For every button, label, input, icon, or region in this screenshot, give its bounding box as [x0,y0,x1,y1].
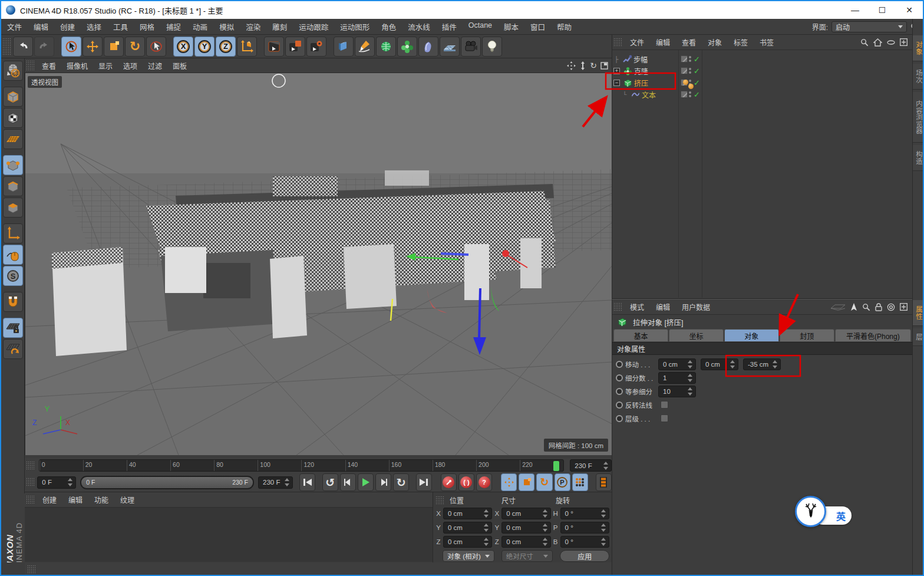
tab-takes-vertical[interactable]: 场次 [913,64,924,90]
size-mode-dropdown[interactable]: 绝对尺寸 [501,550,553,562]
play-button[interactable] [358,473,374,491]
workplane-mode-button[interactable] [3,129,23,149]
light-button[interactable] [482,37,502,57]
attr-menu-item[interactable]: 用户数据 [676,302,716,312]
timeline-grip[interactable] [26,461,35,470]
expand-icon[interactable]: + [613,68,620,74]
object-row-text[interactable]: └ 文本 ✓ [612,88,912,100]
search-icon[interactable] [862,303,870,311]
end-frame-field[interactable]: 230 F [570,459,612,472]
lock-x-axis-button[interactable]: X [173,37,193,57]
editor-render-dots[interactable] [689,56,691,62]
material-grip[interactable] [26,495,35,505]
menu-item[interactable]: 网格 [134,21,160,32]
menu-item[interactable]: 角色 [375,21,402,32]
status-grip[interactable] [27,565,37,573]
range-end-field[interactable]: 230 F [258,476,293,489]
coords-grip[interactable] [435,496,445,504]
coordinate-system-button[interactable] [237,37,257,57]
interface-dropdown[interactable]: 启动 [831,21,907,32]
zoom-view-icon[interactable] [579,61,586,70]
size-x-field[interactable]: 0 cm [501,508,550,519]
maximize-button[interactable]: ☐ [869,1,896,19]
rotate-view-icon[interactable]: ↻ [590,61,597,70]
menu-item[interactable]: 插件 [436,21,463,32]
attr-grip[interactable] [613,302,623,312]
movement-z-field[interactable]: -35 cm [743,358,781,370]
coordinate-mode-dropdown[interactable]: 对象 (相对) [443,550,494,562]
editor-render-dots[interactable] [689,68,691,74]
filter-icon[interactable] [887,40,895,45]
menu-item[interactable]: 动画 [187,21,213,32]
enabled-check-icon[interactable]: ✓ [694,55,700,64]
movement-y-field[interactable]: 0 cm [701,358,738,370]
size-y-field[interactable]: 0 cm [501,522,550,534]
play-backwards-button[interactable]: ↺ [322,473,338,491]
keyframe-selection-button[interactable]: ? [476,473,492,491]
previous-frame-button[interactable] [340,473,356,491]
tab-caps[interactable]: 封顶 [780,329,834,342]
viewport-menu-item[interactable]: 过滤 [143,61,167,71]
material-menu-item[interactable]: 纹理 [114,495,140,505]
key-parameter-button[interactable]: P [555,473,570,491]
timeline-ruler[interactable]: 020406080100120140160180200220 230 F [25,458,612,473]
lock-icon[interactable] [875,303,882,311]
pos-x-field[interactable]: 0 cm [443,508,492,519]
menu-item[interactable]: 渲染 [240,21,266,32]
rot-p-field[interactable]: 0 ° [560,522,609,534]
objmgr-menu-item[interactable]: 书签 [754,37,780,47]
edges-mode-button[interactable] [3,176,23,196]
axis-mode-button[interactable] [3,223,23,243]
objmgr-menu-item[interactable]: 标签 [728,37,754,47]
make-editable-button[interactable] [3,61,23,81]
keyframe-radio[interactable] [616,415,623,422]
lock-z-axis-button[interactable]: Z [216,37,236,57]
search-icon[interactable] [860,38,869,47]
objmgr-menu-item[interactable]: 编辑 [650,37,676,47]
render-view-button[interactable] [264,37,284,57]
material-menu-item[interactable]: 功能 [88,495,114,505]
rot-h-field[interactable]: 0 ° [560,508,609,519]
ime-widget[interactable]: 英 [794,493,853,530]
tab-content-browser-vertical[interactable]: 内容浏览器 [913,92,924,143]
visibility-toggle[interactable] [681,67,688,74]
objmgr-menu-item[interactable]: 查看 [676,37,702,47]
objmgr-menu-item[interactable]: 文件 [624,37,650,47]
tab-layers-vertical[interactable]: 层 [913,328,924,346]
close-button[interactable]: ✕ [896,1,923,19]
keyframe-radio[interactable] [616,388,623,395]
model-mode-button[interactable] [3,87,23,107]
viewport-grip[interactable] [26,60,35,71]
attr-menu-item[interactable]: 编辑 [650,302,676,312]
material-menu-item[interactable]: 创建 [37,495,62,505]
visibility-toggle[interactable] [681,91,688,98]
minimize-button[interactable]: — [842,1,869,19]
tab-objects-vertical[interactable]: 对象 [913,35,924,61]
menu-item[interactable]: 模拟 [213,21,240,32]
camera-button[interactable] [461,37,481,57]
next-frame-button[interactable] [375,473,391,491]
size-z-field[interactable]: 0 cm [501,536,550,548]
play-cycle-button[interactable]: ↻ [393,473,409,491]
render-settings-button[interactable] [306,37,326,57]
apply-button[interactable]: 应用 [560,550,609,562]
object-row-extrude[interactable]: − 挤压 ✓ [612,77,912,88]
autokey-button[interactable]: ( ) [458,473,474,491]
tab-coordinates[interactable]: 坐标 [669,329,724,342]
mograph-cloner-button[interactable] [397,37,417,57]
object-row-step[interactable]: ├ 步幅 ✓ [612,53,912,65]
texture-mode-button[interactable] [3,108,23,128]
menu-item[interactable]: 工具 [107,21,134,32]
menu-item[interactable]: 雕刻 [266,21,293,32]
scale-tool[interactable] [104,37,124,57]
cursor-icon[interactable] [850,303,857,311]
enabled-check-icon[interactable]: ✓ [694,67,700,75]
menu-item[interactable]: 文件 [1,21,28,32]
enabled-check-icon[interactable]: ✓ [694,78,700,87]
menu-item[interactable]: 捕捉 [160,21,187,32]
goto-end-button[interactable] [416,473,432,491]
visibility-toggle[interactable] [681,55,688,62]
movement-x-field[interactable]: 0 cm [658,358,696,370]
view-label[interactable]: 透视视图 [28,76,62,88]
menu-item[interactable]: 脚本 [498,21,524,32]
